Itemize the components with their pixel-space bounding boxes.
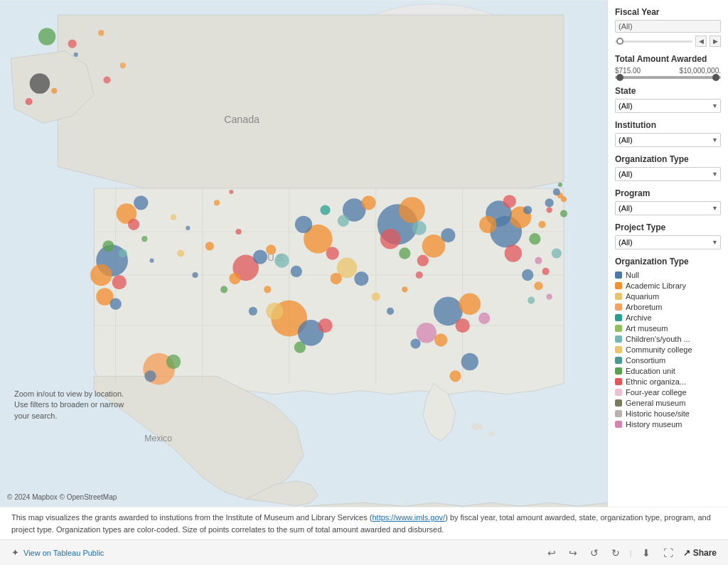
legend-dot [615, 314, 622, 321]
legend-dot [615, 389, 622, 396]
institution-select[interactable]: (All) [615, 133, 721, 147]
svg-point-79 [249, 307, 257, 316]
legend-dot [615, 378, 622, 385]
svg-point-55 [102, 240, 114, 252]
svg-point-102 [410, 338, 420, 348]
fiscal-year-thumb[interactable] [616, 38, 623, 45]
svg-point-90 [144, 370, 156, 382]
legend-dot [615, 410, 622, 417]
legend-item: History museum [615, 420, 721, 429]
svg-point-82 [387, 308, 394, 315]
map-copyright: © 2024 Mapbox © OpenStreetMap [7, 493, 117, 501]
fiscal-year-value: (All) [615, 20, 721, 33]
share-button[interactable]: ↗ Share [683, 548, 717, 558]
svg-point-101 [434, 333, 447, 346]
total-amount-thumb-right[interactable] [712, 74, 719, 81]
svg-point-105 [214, 200, 220, 205]
svg-point-112 [547, 294, 552, 299]
forward-btn[interactable]: ↻ [609, 546, 623, 560]
org-type-select[interactable]: (All) [615, 167, 721, 181]
revert-btn[interactable]: ↺ [587, 546, 601, 560]
legend-dot [615, 335, 622, 343]
fullscreen-btn[interactable]: ⛶ [660, 546, 676, 560]
project-type-label: Project Type [615, 222, 721, 232]
svg-point-33 [399, 247, 410, 259]
main-container: Canada Mexico Venezuela Colombia U.S. [0, 0, 728, 565]
state-select-wrapper: (All) ▼ [615, 99, 721, 113]
svg-point-94 [74, 53, 78, 57]
svg-point-44 [459, 293, 481, 315]
legend-dot [615, 282, 622, 289]
legend-dot [615, 357, 622, 364]
fiscal-year-filter: Fiscal Year (All) ◀ ▶ [615, 7, 721, 47]
fiscal-year-track[interactable] [615, 41, 692, 43]
org-type-select-wrapper: (All) ▼ [615, 167, 721, 181]
svg-point-78 [235, 229, 241, 235]
imls-link[interactable]: https://www.imls.gov/ [372, 513, 445, 522]
svg-point-36 [326, 247, 339, 259]
map-hint: Zoom in/out to view by location. Use fil… [14, 389, 128, 421]
fiscal-year-back-btn[interactable]: ◀ [695, 36, 707, 47]
svg-point-21 [523, 205, 532, 214]
svg-point-75 [192, 272, 198, 278]
svg-point-50 [253, 249, 267, 264]
svg-point-20 [529, 233, 540, 244]
legend-dot [615, 293, 622, 300]
project-type-select[interactable]: (All) [615, 235, 721, 249]
svg-point-113 [528, 297, 535, 304]
svg-point-100 [417, 323, 437, 343]
legend-item: Historic house/site [615, 409, 721, 418]
legend-item-label: Four-year college [626, 388, 687, 397]
org-type-filter: Organization Type (All) ▼ [615, 154, 721, 181]
fiscal-year-label: Fiscal Year [615, 7, 721, 17]
redo-btn[interactable]: ↪ [566, 546, 580, 560]
svg-point-115 [561, 196, 567, 202]
fiscal-year-forward-btn[interactable]: ▶ [710, 36, 721, 47]
svg-text:Canada: Canada [224, 114, 259, 126]
svg-point-24 [552, 248, 562, 258]
svg-point-23 [547, 207, 552, 212]
svg-point-25 [535, 257, 542, 264]
total-amount-thumb-left[interactable] [616, 74, 623, 81]
legend-item-label: Aquarium [626, 292, 659, 301]
legend-dot [615, 421, 622, 428]
tableau-link[interactable]: View on Tableau Public [23, 549, 104, 557]
map-section[interactable]: Canada Mexico Venezuela Colombia U.S. [0, 0, 607, 507]
legend-dot [615, 367, 622, 375]
undo-btn[interactable]: ↩ [545, 546, 559, 560]
svg-point-85 [30, 73, 50, 93]
svg-point-19 [505, 244, 522, 262]
legend-item: General museum [615, 399, 721, 407]
svg-point-92 [68, 40, 77, 48]
download-btn[interactable]: ⬇ [639, 546, 653, 560]
share-icon: ↗ [683, 548, 690, 558]
svg-point-35 [295, 216, 312, 233]
svg-point-42 [318, 318, 332, 333]
institution-filter: Institution (All) ▼ [615, 120, 721, 147]
svg-point-108 [149, 259, 154, 263]
svg-point-32 [412, 221, 427, 235]
legend-item: Archive [615, 313, 721, 322]
legend-item-label: General museum [626, 399, 685, 407]
svg-point-47 [461, 353, 478, 370]
total-amount-track[interactable] [615, 76, 721, 79]
svg-point-63 [361, 195, 375, 210]
svg-point-30 [399, 197, 425, 223]
legend-dot [615, 303, 622, 311]
svg-point-87 [51, 88, 57, 94]
legend-item-label: Archive [626, 313, 652, 322]
svg-point-53 [90, 264, 112, 286]
footer-left: ✦ View on Tableau Public [11, 547, 104, 558]
legend-item-label: Academic Library [626, 281, 686, 290]
state-filter: State (All) ▼ [615, 86, 721, 113]
institution-select-wrapper: (All) ▼ [615, 133, 721, 147]
legend-item: Consortium [615, 356, 721, 365]
tableau-icon: ✦ [11, 547, 19, 558]
legend-item-label: Children's/youth ... [626, 335, 690, 343]
state-select[interactable]: (All) [615, 99, 721, 113]
program-select[interactable]: (All) [615, 201, 721, 215]
legend-title: Organization Type [615, 257, 721, 267]
svg-point-111 [542, 268, 550, 275]
legend-item: Arboretum [615, 303, 721, 311]
svg-point-26 [545, 198, 554, 207]
